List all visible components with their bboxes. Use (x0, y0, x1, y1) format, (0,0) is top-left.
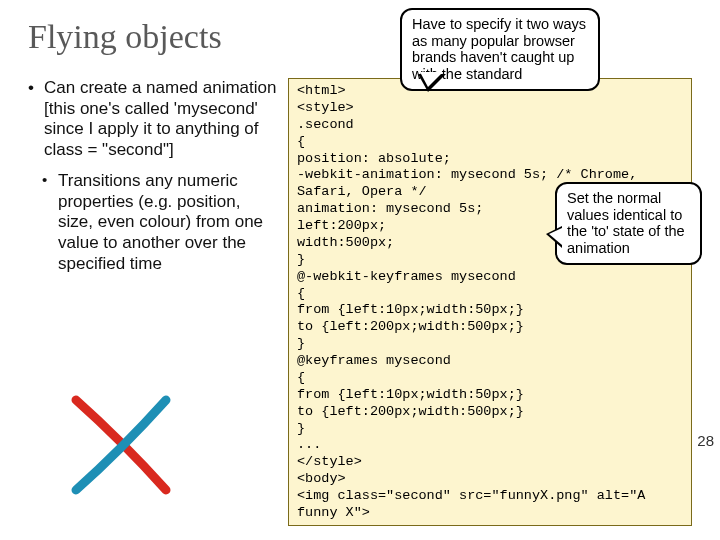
bullet-list: Can create a named animation [this one's… (28, 78, 278, 275)
callout-right-tail-fill (549, 228, 562, 245)
callout-top-tail-fill (420, 72, 443, 87)
bullet-level1: Can create a named animation [this one's… (28, 78, 278, 161)
callout-right: Set the normal values identical to the '… (555, 182, 702, 265)
code-snippet: <html> <style> .second { position: absol… (288, 78, 692, 526)
page-number: 28 (697, 432, 714, 449)
funny-x-icon (66, 390, 176, 500)
bullet-level2: Transitions any numeric properties (e.g.… (28, 171, 278, 275)
slide-title: Flying objects (28, 18, 222, 56)
